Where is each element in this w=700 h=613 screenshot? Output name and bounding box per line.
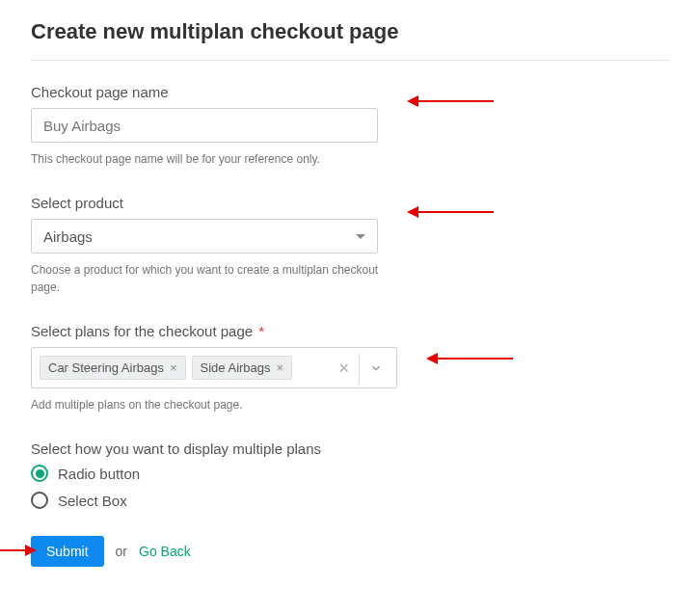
- plans-multiselect[interactable]: Car Steering Airbags × Side Airbags × ×: [31, 347, 397, 388]
- radio-option-select-box[interactable]: Select Box: [31, 492, 669, 509]
- chip-remove-icon[interactable]: ×: [170, 361, 177, 374]
- chevron-down-icon: [369, 361, 383, 375]
- product-select[interactable]: Airbags: [31, 219, 378, 253]
- plan-chip-label: Side Airbags: [201, 360, 271, 375]
- dropdown-toggle[interactable]: [360, 361, 392, 375]
- radio-option-radio-button[interactable]: Radio button: [31, 465, 669, 482]
- multiselect-controls: ×: [325, 348, 396, 387]
- field-product-group: Select product Airbags Choose a product …: [31, 195, 669, 296]
- annotation-arrow-icon: [417, 100, 494, 102]
- page-title: Create new multiplan checkout page: [31, 19, 669, 61]
- help-select-plans: Add multiple plans on the checkout page.: [31, 396, 397, 413]
- or-text: or: [116, 544, 127, 559]
- checkout-name-input[interactable]: [31, 108, 378, 143]
- radio-label: Radio button: [58, 466, 140, 482]
- field-plans-group: Select plans for the checkout page * Car…: [31, 323, 669, 413]
- radio-icon: [31, 465, 48, 482]
- annotation-arrow-icon: [436, 358, 513, 360]
- label-checkout-name: Checkout page name: [31, 84, 669, 100]
- clear-all-icon[interactable]: ×: [329, 360, 359, 377]
- help-checkout-name: This checkout page name will be for your…: [31, 150, 397, 168]
- chip-remove-icon[interactable]: ×: [277, 361, 284, 374]
- go-back-link[interactable]: Go Back: [139, 544, 191, 559]
- plan-chip-label: Car Steering Airbags: [48, 360, 164, 375]
- caret-down-icon: [356, 234, 365, 239]
- field-display-group: Select how you want to display multiple …: [31, 440, 669, 509]
- radio-icon: [31, 492, 48, 509]
- help-select-product: Choose a product for which you want to c…: [31, 261, 397, 296]
- label-select-product: Select product: [31, 195, 669, 211]
- label-select-plans: Select plans for the checkout page *: [31, 323, 669, 339]
- plans-chips-area: Car Steering Airbags × Side Airbags ×: [32, 348, 325, 387]
- plan-chip: Side Airbags ×: [192, 356, 293, 380]
- radio-label: Select Box: [58, 493, 127, 509]
- form-actions: Submit or Go Back: [31, 536, 669, 567]
- field-name-group: Checkout page name This checkout page na…: [31, 84, 669, 168]
- label-select-plans-text: Select plans for the checkout page: [31, 323, 253, 339]
- radio-dot-icon: [36, 469, 44, 478]
- label-display-mode: Select how you want to display multiple …: [31, 440, 669, 457]
- plan-chip: Car Steering Airbags ×: [40, 356, 186, 380]
- product-select-value: Airbags: [43, 228, 93, 245]
- annotation-arrow-icon: [417, 211, 494, 213]
- submit-button[interactable]: Submit: [31, 536, 104, 567]
- annotation-arrow-icon: [0, 549, 27, 551]
- required-star-icon: *: [258, 323, 264, 339]
